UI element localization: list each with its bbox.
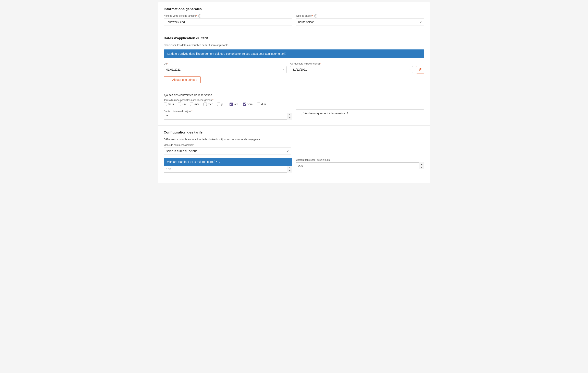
day-label-ven: ven. [234,103,239,106]
min-stay-down-button[interactable]: ▼ [287,116,292,120]
arrival-days-label: Jours d'arrivée possibles dans l'héberge… [164,99,424,101]
season-help-icon[interactable]: ? [314,14,317,18]
day-item-ven: ven. [230,103,239,106]
montant-up-button[interactable]: ▲ [287,166,292,169]
dates-subtitle: Choisissez les dates auxquelles ce tarif… [164,44,424,47]
montant-2-input[interactable] [296,162,424,169]
from-label: Du* [164,62,287,65]
day-checkbox-tous[interactable] [164,103,167,106]
day-label-jeu: jeu. [221,103,226,106]
montant-2-label: Montant (en euros) pour 2 nuits [296,158,424,161]
day-item-mer: mer. [203,103,213,106]
montant-header: Montant standard de la nuit (en euros) *… [164,158,292,166]
min-stay-spinners: ▲ ▼ [287,113,292,120]
day-checkbox-ven[interactable] [230,103,233,106]
min-stay-col: Durée minimale du séjour* ▲ ▼ [164,110,292,120]
from-date-wrapper: × [164,66,287,73]
montant-standard-col: Montant standard de la nuit (en euros) *… [164,158,292,173]
season-field-label: Type de saison* ? [296,14,424,18]
name-help-icon[interactable]: ? [198,14,201,18]
constraints-intro: Ajoutez des contraintes de réservation. [164,93,424,97]
min-stay-row: Durée minimale du séjour* ▲ ▼ Vendre uni… [164,110,424,120]
montant-2-down-button[interactable]: ▼ [419,166,424,169]
day-label-tous: Tous [168,103,174,106]
separator-1 [158,31,430,31]
montant-2-up-button[interactable]: ▲ [419,162,424,166]
days-row: Touslun.mar.mer.jeu.ven.sam.dim. [164,103,424,106]
day-item-mar: mar. [190,103,200,106]
from-date-clear-button[interactable]: × [283,68,285,71]
mode-select-wrapper: selon la durée du séjour selon le nombre… [164,148,291,154]
montant-standard-input[interactable] [164,166,292,173]
season-field-group: Type de saison* ? haute saison basse sai… [296,14,424,25]
mode-select[interactable]: selon la durée du séjour selon le nombre… [164,148,291,154]
sell-weekly-box: Vendre uniquement à la semaine ? [296,110,424,117]
min-stay-up-button[interactable]: ▲ [287,113,292,116]
day-label-lun: lun. [182,103,187,106]
montant-down-button[interactable]: ▼ [287,169,292,173]
sell-weekly-label: Vendre uniquement à la semaine [304,112,345,115]
add-period-button[interactable]: + + Ajouter une période [164,76,201,83]
day-item-tous: Tous [164,103,174,106]
tarif-config-subtitle: Définissez vos tarifs en fonction de la … [164,138,424,141]
montant-spinners: ▲ ▼ [287,166,292,173]
day-item-lun: lun. [178,103,187,106]
day-label-mar: mar. [194,103,200,106]
day-label-mer: mer. [208,103,213,106]
sell-weekly-col: Vendre uniquement à la semaine ? [296,110,424,120]
main-form: Informations générales Nom de votre péri… [158,2,430,183]
to-date-input[interactable] [290,66,413,73]
day-item-jeu: jeu. [217,103,226,106]
dates-info-banner: La date d'arrivée dans l'hébergement doi… [164,49,424,58]
sell-weekly-checkbox[interactable] [299,112,302,115]
tarif-config-title: Configuration des tarifs [164,131,424,134]
separator-2 [158,125,430,126]
day-label-sam: sam. [247,103,253,106]
from-date-group: Du* × [164,62,287,73]
day-checkbox-sam[interactable] [243,103,246,106]
to-date-clear-button[interactable]: × [409,68,411,71]
montant-2-spinners: ▲ ▼ [419,162,424,169]
day-checkbox-jeu[interactable] [217,103,220,106]
to-date-wrapper: × [290,66,413,73]
constraints-section: Ajoutez des contraintes de réservation. … [164,93,424,120]
add-period-label: + Ajouter une période [170,78,197,81]
montant-standard-wrapper: ▲ ▼ [164,166,292,173]
montant-row: Montant standard de la nuit (en euros) *… [164,158,424,173]
tarif-config-section: Configuration des tarifs Définissez vos … [164,131,424,173]
season-select[interactable]: haute saison basse saison moyenne saison [296,19,424,25]
min-stay-label: Durée minimale du séjour* [164,110,192,113]
name-input[interactable] [164,19,292,25]
general-info-section: Informations générales Nom de votre péri… [164,7,424,25]
day-checkbox-mar[interactable] [190,103,193,106]
season-select-wrapper: haute saison basse saison moyenne saison… [296,19,424,25]
name-field-label: Nom de votre période tarifaire* ? [164,14,292,18]
from-date-input[interactable] [164,66,287,73]
day-checkbox-dim[interactable] [257,103,260,106]
day-item-sam: sam. [243,103,253,106]
day-item-dim: dim. [257,103,267,106]
min-stay-wrapper: ▲ ▼ [164,113,292,120]
mode-label: Mode de commercialisation* [164,144,424,146]
dates-section: Dates d'application du tarif Choisissez … [164,36,424,88]
montant-2-col: Montant (en euros) pour 2 nuits ▲ ▼ [296,158,424,169]
montant-2-wrapper: ▲ ▼ [296,162,424,169]
date-row: Du* × Au (dernière nuitée incluse)* × [164,62,424,74]
trash-icon [419,68,422,71]
delete-period-button[interactable] [416,66,424,74]
day-checkbox-lun[interactable] [178,103,181,106]
day-label-dim: dim. [261,103,267,106]
montant-help-icon[interactable]: ? [219,160,220,164]
dates-title: Dates d'application du tarif [164,36,424,40]
to-date-group: Au (dernière nuitée incluse)* × [290,62,413,73]
day-checkbox-mer[interactable] [203,103,207,106]
general-info-title: Informations générales [164,7,424,11]
min-stay-input[interactable] [164,113,292,120]
to-label: Au (dernière nuitée incluse)* [290,62,413,65]
name-field-group: Nom de votre période tarifaire* ? [164,14,292,25]
sell-weekly-help-icon[interactable]: ? [347,112,348,115]
plus-icon: + [167,78,169,81]
